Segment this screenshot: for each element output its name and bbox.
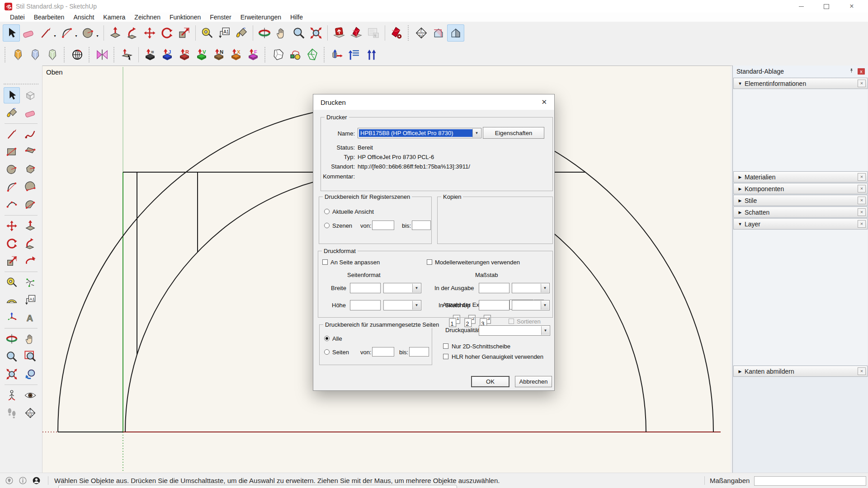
circle-button[interactable] — [4, 161, 20, 178]
orbit-button[interactable] — [4, 331, 20, 347]
menu-funktionen[interactable]: Funktionen — [165, 14, 205, 21]
collate-checkbox[interactable] — [509, 319, 514, 324]
eraser-button[interactable] — [22, 105, 38, 121]
sphere-cross-button[interactable] — [69, 46, 86, 63]
fit-to-page-checkbox[interactable] — [322, 259, 328, 265]
twoarrows-button[interactable] — [363, 46, 380, 63]
tray-close-button[interactable]: x — [858, 68, 865, 75]
pan-button[interactable] — [273, 24, 290, 42]
push-n-button[interactable]: N — [210, 46, 227, 63]
chevron-down-icon[interactable]: ▼ — [472, 129, 481, 137]
menu-zeichnen[interactable]: Zeichnen — [130, 14, 165, 21]
section-close-button[interactable]: × — [858, 220, 866, 228]
select-button[interactable] — [4, 87, 20, 103]
poscam-button[interactable] — [4, 387, 20, 404]
toolbar-grip[interactable] — [89, 47, 91, 62]
sectionplane-button[interactable]: CA-S — [413, 24, 430, 42]
section-close-button[interactable]: × — [858, 185, 866, 192]
tray-section-kanten-abmildern[interactable]: ▶Kanten abmildern× — [733, 366, 868, 377]
all-pages-radio[interactable] — [324, 336, 330, 341]
height-unit-select[interactable]: ▼ — [383, 300, 421, 310]
tape-button[interactable] — [4, 274, 20, 291]
in-sketchup-input[interactable] — [479, 300, 509, 310]
line-button[interactable] — [4, 126, 20, 142]
sectionplane-button[interactable]: CA-S — [22, 405, 38, 421]
zoomext-button[interactable] — [307, 24, 325, 42]
paint-bucket-button[interactable] — [233, 24, 250, 42]
tray-section-schatten[interactable]: ▶Schatten× — [733, 206, 868, 218]
pages-radio[interactable] — [324, 349, 330, 355]
rubygear-button[interactable] — [388, 24, 405, 42]
zoom-button[interactable] — [290, 24, 307, 42]
gem-green-button[interactable] — [44, 46, 61, 63]
updown-button[interactable] — [118, 46, 136, 63]
menu-ansicht[interactable]: Ansicht — [69, 14, 99, 21]
protractor-button[interactable] — [4, 292, 20, 308]
rotate-button[interactable] — [4, 235, 20, 252]
pin-icon[interactable] — [849, 68, 854, 75]
section-slice-checkbox[interactable] — [443, 343, 448, 349]
tape-button[interactable] — [198, 24, 216, 42]
scale-button[interactable] — [4, 253, 20, 269]
menu-bearbeiten[interactable]: Bearbeiten — [29, 14, 69, 21]
close-button[interactable]: × — [839, 0, 864, 13]
pie-button[interactable] — [22, 179, 38, 195]
section-close-button[interactable]: × — [858, 367, 866, 375]
chevron-down-icon[interactable]: ▼ — [412, 284, 420, 292]
push-r-button[interactable]: R — [176, 46, 193, 63]
tray-section-stile[interactable]: ▶Stile× — [733, 195, 868, 206]
height-input[interactable] — [350, 300, 381, 310]
menu-erweiterungen[interactable]: Erweiterungen — [236, 14, 286, 21]
chevron-down-icon[interactable]: ▼ — [541, 301, 549, 310]
console-button[interactable] — [365, 24, 382, 42]
toolbar-grip[interactable] — [5, 47, 7, 62]
gem-blue-button[interactable] — [27, 46, 44, 63]
toolbar-grip[interactable] — [264, 47, 267, 62]
followme-button[interactable] — [124, 24, 141, 42]
prevview-button[interactable] — [22, 366, 38, 382]
geolocate-button[interactable] — [5, 476, 14, 487]
rotate-button[interactable] — [158, 24, 175, 42]
section-close-button[interactable]: × — [858, 197, 866, 204]
arc2-button[interactable] — [58, 24, 75, 42]
measurements-input[interactable] — [754, 476, 866, 486]
account-button[interactable] — [32, 476, 41, 487]
tray-section-materialien[interactable]: ▶Materialien× — [733, 171, 868, 183]
push-v-button[interactable]: V — [193, 46, 210, 63]
make-component-button[interactable] — [22, 87, 38, 103]
in-sketchup-unit-select[interactable]: ▼ — [512, 300, 550, 310]
zoom-button[interactable] — [4, 348, 20, 365]
menu-datei[interactable]: Datei — [5, 14, 29, 21]
scenes-from-input[interactable] — [372, 221, 394, 230]
ruby-button[interactable] — [348, 24, 365, 42]
toolbar-grip[interactable] — [408, 25, 410, 41]
walk-button[interactable] — [4, 405, 20, 421]
toolbar-grip[interactable] — [324, 47, 326, 62]
current-view-radio[interactable] — [324, 209, 330, 214]
freehand-button[interactable] — [22, 126, 38, 142]
width-input[interactable] — [350, 283, 381, 293]
look-button[interactable] — [22, 387, 38, 404]
orbit-button[interactable] — [256, 24, 273, 42]
move-button[interactable] — [4, 218, 20, 234]
select-button[interactable] — [3, 24, 20, 42]
sectiondisplay-button[interactable] — [430, 24, 447, 42]
sectionfill-button[interactable] — [447, 24, 464, 42]
section-close-button[interactable]: × — [858, 208, 866, 216]
line-button[interactable] — [37, 24, 54, 42]
mirror-button[interactable] — [94, 46, 111, 63]
gem-orange-button[interactable] — [9, 46, 27, 63]
toolbar-grip[interactable] — [64, 47, 66, 62]
pages-to-input[interactable] — [409, 347, 429, 357]
chevron-down-icon[interactable]: ▼ — [412, 301, 420, 310]
text-button[interactable]: A1 — [216, 24, 233, 42]
hlr-checkbox[interactable] — [443, 354, 448, 359]
printer-name-select[interactable]: HPB175B8 (HP OfficeJet Pro 8730) ▼ — [358, 128, 481, 138]
menu-hilfe[interactable]: Hilfe — [286, 14, 307, 21]
in-output-unit-select[interactable]: ▼ — [512, 283, 550, 293]
zoomext-button[interactable] — [4, 366, 20, 382]
minimize-button[interactable] — [788, 0, 814, 13]
pages-from-input[interactable] — [372, 347, 394, 357]
cancel-button[interactable]: Abbrechen — [515, 376, 552, 387]
tray-section-elementinformationen[interactable]: ▼Elementinformationen× — [733, 78, 868, 89]
